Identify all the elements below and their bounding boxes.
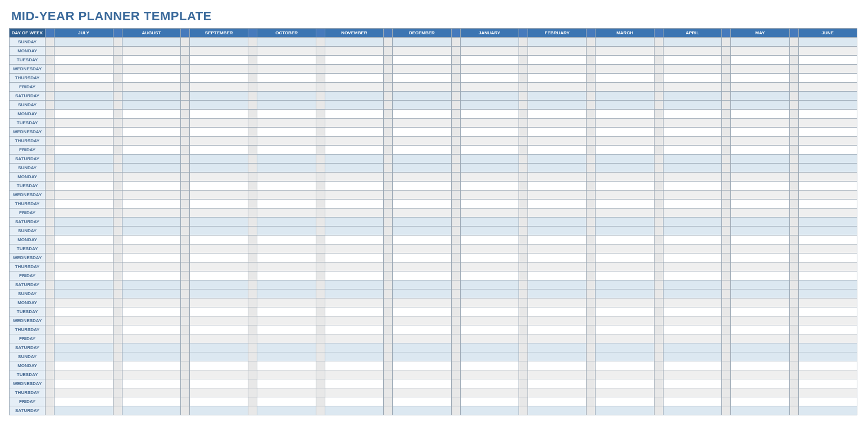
planner-cell[interactable] [460,119,519,128]
planner-cell[interactable] [54,235,113,244]
planner-cell[interactable] [460,217,519,226]
planner-cell[interactable] [190,191,248,200]
planner-cell[interactable] [190,173,248,182]
planner-cell[interactable] [325,334,383,343]
planner-cell[interactable] [122,74,180,83]
planner-cell[interactable] [54,316,113,325]
planner-cell[interactable] [393,226,451,235]
planner-cell[interactable] [393,128,451,137]
planner-cell[interactable] [528,307,586,316]
planner-cell[interactable] [325,119,383,128]
planner-cell[interactable] [393,298,451,307]
planner-cell[interactable] [663,83,721,92]
planner-cell[interactable] [190,307,248,316]
planner-cell[interactable] [663,280,721,289]
planner-cell[interactable] [731,406,789,415]
planner-cell[interactable] [460,343,519,352]
planner-cell[interactable] [731,128,789,137]
planner-cell[interactable] [798,325,857,334]
planner-cell[interactable] [393,146,451,155]
planner-cell[interactable] [54,406,113,415]
planner-cell[interactable] [257,325,316,334]
planner-cell[interactable] [596,379,654,388]
planner-cell[interactable] [393,307,451,316]
planner-cell[interactable] [54,200,113,209]
planner-cell[interactable] [257,406,316,415]
planner-cell[interactable] [325,137,383,146]
planner-cell[interactable] [325,65,383,74]
planner-cell[interactable] [325,110,383,119]
planner-cell[interactable] [528,262,586,271]
planner-cell[interactable] [190,217,248,226]
planner-cell[interactable] [798,47,857,56]
planner-cell[interactable] [325,191,383,200]
planner-cell[interactable] [325,271,383,280]
planner-cell[interactable] [663,388,721,397]
planner-cell[interactable] [596,361,654,370]
planner-cell[interactable] [190,83,248,92]
planner-cell[interactable] [663,164,721,173]
planner-cell[interactable] [528,200,586,209]
planner-cell[interactable] [54,191,113,200]
planner-cell[interactable] [731,370,789,379]
planner-cell[interactable] [54,262,113,271]
planner-cell[interactable] [257,217,316,226]
planner-cell[interactable] [325,83,383,92]
planner-cell[interactable] [190,182,248,191]
planner-cell[interactable] [190,280,248,289]
planner-cell[interactable] [596,47,654,56]
planner-cell[interactable] [798,244,857,253]
planner-cell[interactable] [122,361,180,370]
planner-cell[interactable] [663,271,721,280]
planner-cell[interactable] [54,280,113,289]
planner-cell[interactable] [393,361,451,370]
planner-cell[interactable] [460,361,519,370]
planner-cell[interactable] [798,307,857,316]
planner-cell[interactable] [190,119,248,128]
planner-cell[interactable] [596,343,654,352]
planner-cell[interactable] [393,271,451,280]
planner-cell[interactable] [798,137,857,146]
planner-cell[interactable] [528,92,586,101]
planner-cell[interactable] [393,379,451,388]
planner-cell[interactable] [257,388,316,397]
planner-cell[interactable] [393,406,451,415]
planner-cell[interactable] [528,244,586,253]
planner-cell[interactable] [122,271,180,280]
planner-cell[interactable] [731,280,789,289]
planner-cell[interactable] [122,397,180,406]
planner-cell[interactable] [325,92,383,101]
planner-cell[interactable] [528,47,586,56]
planner-cell[interactable] [528,235,586,244]
planner-cell[interactable] [325,253,383,262]
planner-cell[interactable] [596,182,654,191]
planner-cell[interactable] [596,271,654,280]
planner-cell[interactable] [596,110,654,119]
planner-cell[interactable] [393,173,451,182]
planner-cell[interactable] [54,352,113,361]
planner-cell[interactable] [325,397,383,406]
planner-cell[interactable] [54,38,113,47]
planner-cell[interactable] [596,325,654,334]
planner-cell[interactable] [54,379,113,388]
planner-cell[interactable] [460,191,519,200]
planner-cell[interactable] [460,325,519,334]
planner-cell[interactable] [798,298,857,307]
planner-cell[interactable] [257,182,316,191]
planner-cell[interactable] [54,217,113,226]
planner-cell[interactable] [731,38,789,47]
planner-cell[interactable] [460,47,519,56]
planner-cell[interactable] [731,325,789,334]
planner-cell[interactable] [190,370,248,379]
planner-cell[interactable] [798,155,857,164]
planner-cell[interactable] [460,352,519,361]
planner-cell[interactable] [460,200,519,209]
planner-cell[interactable] [596,119,654,128]
planner-cell[interactable] [798,119,857,128]
planner-cell[interactable] [663,137,721,146]
planner-cell[interactable] [798,182,857,191]
planner-cell[interactable] [122,38,180,47]
planner-cell[interactable] [393,217,451,226]
planner-cell[interactable] [663,352,721,361]
planner-cell[interactable] [257,137,316,146]
